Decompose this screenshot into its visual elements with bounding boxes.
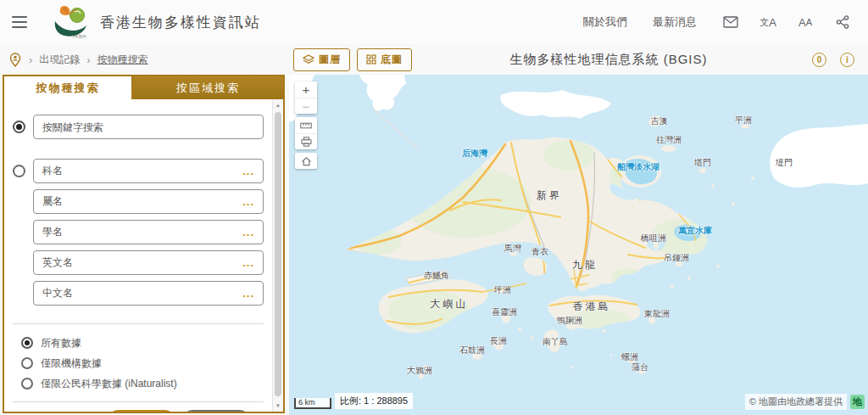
field-row: 學名... [13,220,264,244]
reset-button[interactable]: 重置 [182,410,250,412]
field-label: 學名 [42,225,63,239]
info-icon[interactable]: i [840,53,854,67]
breadcrumb: ›出現記錄›按物種搜索 [0,53,289,67]
option-radio[interactable] [21,337,33,349]
search-form: 科名...屬名...學名...英文名...中文名... 所有數據僅限機構數據僅限… [4,99,272,412]
layers-icon [303,54,314,64]
breadcrumb-separator: › [29,53,32,66]
field-label: 屬名 [42,194,63,209]
keyword-radio[interactable] [13,121,25,133]
measure-icon [300,121,312,130]
data-scope-option[interactable]: 僅限機構數據 [13,356,264,371]
scroll-up-icon[interactable]: ▲ [273,100,283,110]
option-label: 僅限機構數據 [41,356,102,371]
more-options-icon[interactable]: ... [242,228,254,237]
divider [13,323,264,324]
layers-button[interactable]: 圖層 [293,48,350,71]
map-tools [295,117,317,149]
menu-icon[interactable] [12,16,27,28]
field-radio[interactable] [13,165,25,177]
field-box[interactable]: 英文名... [33,250,264,275]
panel-scrollbar[interactable]: ▲ ▼ [272,99,283,412]
header-nav: 關於我們最新消息 [583,14,722,30]
user-location-icon [8,53,22,67]
field-box[interactable]: 科名... [33,159,264,183]
header-icons: 文A AA [722,14,851,31]
zoom-in-button[interactable]: + [295,81,317,98]
search-tabs: 按物種搜索 按區域搜索 [4,76,283,99]
disclaimer-icon[interactable]: 0 [812,53,826,67]
share-icon[interactable] [834,14,851,31]
field-row: 英文名... [13,250,264,275]
logo-acronym: HKBIH [73,34,86,39]
option-label: 僅限公民科學數據 (iNaturalist) [41,377,177,391]
keyword-row [13,115,264,139]
layers-button-label: 圖層 [319,53,341,67]
data-scope-options: 所有數據僅限機構數據僅限公民科學數據 (iNaturalist) [13,335,264,391]
print-button[interactable] [295,133,317,149]
field-row: 科名... [13,159,264,183]
home-control [295,153,317,169]
basemap-grid-icon [366,54,376,64]
zoom-out-button[interactable]: − [295,98,317,114]
option-label: 所有數據 [41,336,81,351]
more-options-icon[interactable]: ... [242,167,254,176]
site-title: 香港生物多樣性資訊站 [100,13,261,32]
search-button[interactable]: 搜索 [108,410,175,412]
zoom-controls: + − [295,81,317,114]
basemap-button[interactable]: 底圖 [357,48,412,71]
map-attribution: © 地圖由地政總署提供 地 [745,394,865,410]
breadcrumb-items: ›出現記錄›按物種搜索 [29,53,148,67]
field-row: 屬名... [13,189,264,214]
font-size-icon[interactable]: AA [797,14,814,31]
nav-link-2[interactable]: 最新消息 [653,14,697,30]
map-toolbar: 圖層 底圖 生物多樣性地理信息系統 (BGIS) 0 i [289,48,868,71]
species-fields: 科名...屬名...學名...英文名...中文名... [13,159,264,306]
print-icon [301,137,312,147]
more-options-icon[interactable]: ... [242,198,254,206]
more-options-icon[interactable]: ... [242,259,254,267]
basemap-button-label: 底圖 [381,53,403,67]
field-label: 科名 [42,164,63,178]
divider [13,401,264,402]
tab-search-by-area[interactable]: 按區域搜索 [133,76,283,99]
subheader: ›出現記錄›按物種搜索 圖層 底圖 生物多樣性地理信息系統 (BGIS) 0 i [0,44,868,75]
header: HKBIH 香港生物多樣性資訊站 關於我們最新消息 文A AA [0,0,868,44]
field-box[interactable]: 學名... [33,220,264,244]
scale-ratio: 比例: 1 : 288895 [335,393,413,409]
scrollbar-thumb[interactable] [275,112,281,396]
page: HKBIH 香港生物多樣性資訊站 關於我們最新消息 文A AA [0,0,868,415]
nav-link-1[interactable]: 關於我們 [583,14,627,30]
basemap-graphic [289,75,868,415]
option-radio[interactable] [21,357,33,369]
translate-icon[interactable]: 文A [760,14,776,31]
map-canvas[interactable]: 后海灣吉澳平洲往灣洲船灣淡水湖塔門堤門新界萬宜水庫橋咀洲吊鐘洲馬灣青衣九龍赤鱲角… [289,75,868,415]
home-icon [301,156,312,166]
breadcrumb-separator: › [86,53,90,66]
scroll-down-icon[interactable]: ▼ [273,401,283,411]
breadcrumb-item[interactable]: 按物種搜索 [97,53,148,67]
map-title: 生物多樣性地理信息系統 (BGIS) [419,52,798,68]
search-panel: 按物種搜索 按區域搜索 科名...屬名...學名...英文名...中文名... … [3,75,285,413]
tab-search-by-species[interactable]: 按物種搜索 [4,76,133,99]
field-box[interactable]: 屬名... [33,189,264,214]
measure-button[interactable] [295,117,317,133]
field-label: 中文名 [42,286,73,300]
breadcrumb-item[interactable]: 出現記錄 [39,53,80,67]
scale-distance: 6 km [294,398,331,409]
option-radio[interactable] [21,378,33,390]
field-row: 中文名... [13,281,264,306]
home-button[interactable] [295,153,317,169]
field-label: 英文名 [42,255,73,270]
site-logo: HKBIH [49,3,90,41]
keyword-input[interactable] [33,115,264,139]
action-buttons: 搜索 重置 [13,410,264,412]
scalebar: 6 km 比例: 1 : 288895 [294,393,413,409]
data-scope-option[interactable]: 僅限公民科學數據 (iNaturalist) [13,376,264,391]
mail-icon[interactable] [722,14,739,31]
field-box[interactable]: 中文名... [33,281,264,306]
more-options-icon[interactable]: ... [242,289,254,298]
attribution-text: © 地圖由地政總署提供 [745,394,847,410]
data-scope-option[interactable]: 所有數據 [13,335,264,351]
lands-department-icon[interactable]: 地 [850,395,865,409]
